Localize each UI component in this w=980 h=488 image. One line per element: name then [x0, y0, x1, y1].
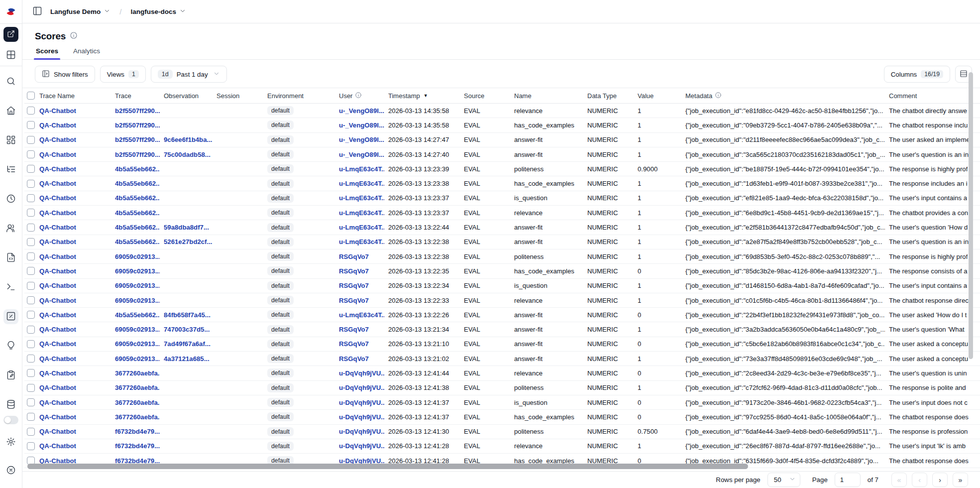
row-checkbox[interactable]	[27, 384, 35, 392]
row-checkbox[interactable]	[27, 180, 35, 188]
sidebar-item-playground[interactable]	[3, 280, 18, 295]
cell-trace-name[interactable]: QA-Chatbot	[39, 238, 115, 245]
row-checkbox[interactable]	[27, 238, 35, 246]
page-input[interactable]	[835, 473, 861, 487]
row-checkbox[interactable]	[27, 282, 35, 290]
cell-trace-name[interactable]: QA-Chatbot	[39, 267, 115, 275]
cell-user[interactable]: RSGqVo7	[339, 297, 388, 304]
org-switcher[interactable]: Langfuse Demo	[50, 7, 110, 16]
cell-user[interactable]: u-LmqE63c4T...	[339, 180, 388, 187]
cell-user[interactable]: u-DqVqh9jVU...	[339, 399, 388, 406]
cell-user[interactable]: u-DqVqh9jVU...	[339, 369, 388, 377]
cell-user[interactable]: u-DqVqh9jVU...	[339, 413, 388, 421]
sidebar-item-settings[interactable]	[3, 435, 18, 450]
cell-user[interactable]: u-LmqE63c4T...	[339, 209, 388, 217]
cell-trace-name[interactable]: QA-Chatbot	[39, 369, 115, 377]
cell-trace-name[interactable]: QA-Chatbot	[39, 297, 115, 304]
prev-page-button[interactable]: ‹	[912, 473, 927, 487]
next-page-button[interactable]: ›	[932, 473, 948, 487]
row-checkbox[interactable]	[27, 252, 35, 260]
cell-trace-name[interactable]: QA-Chatbot	[39, 165, 115, 173]
cell-trace-id[interactable]: 69059c02913...	[115, 253, 164, 260]
cell-user[interactable]: u-_VengO89I...	[339, 151, 388, 158]
header-source[interactable]: Source	[464, 92, 514, 100]
header-metadata[interactable]: Metadata	[685, 92, 889, 100]
row-checkbox[interactable]	[27, 355, 35, 363]
grid-button[interactable]	[3, 48, 18, 63]
header-data-type[interactable]: Data Type	[587, 92, 638, 100]
header-comment[interactable]: Comment	[889, 92, 980, 100]
cell-trace-id[interactable]: b2f5507ff290...	[115, 107, 164, 115]
cell-user[interactable]: u-DqVqh9jVU...	[339, 428, 388, 435]
cell-observation-id[interactable]: 5261e27bd2cf...	[164, 238, 217, 245]
cell-trace-name[interactable]: QA-Chatbot	[39, 151, 115, 158]
row-checkbox[interactable]	[27, 194, 35, 202]
row-checkbox[interactable]	[27, 296, 35, 304]
first-page-button[interactable]: «	[891, 473, 907, 487]
row-checkbox[interactable]	[27, 413, 35, 421]
sidebar-item-scores[interactable]	[3, 309, 18, 324]
header-value[interactable]: Value	[638, 92, 685, 100]
row-checkbox[interactable]	[27, 224, 35, 232]
header-environment[interactable]: Environment	[267, 92, 339, 100]
row-checkbox[interactable]	[27, 107, 35, 115]
cell-trace-id[interactable]: 4b5a55eb662...	[115, 224, 164, 231]
external-link-button[interactable]	[3, 27, 18, 42]
cell-trace-id[interactable]: 69059c02913...	[115, 340, 164, 348]
cell-trace-name[interactable]: QA-Chatbot	[39, 180, 115, 187]
time-range-button[interactable]: 1d Past 1 day	[151, 66, 227, 83]
langfuse-logo[interactable]	[0, 0, 22, 23]
cell-trace-name[interactable]: QA-Chatbot	[39, 340, 115, 348]
row-checkbox[interactable]	[27, 121, 35, 129]
cell-trace-id[interactable]: 3677260aebfa...	[115, 369, 164, 377]
cell-trace-id[interactable]: 3677260aebfa...	[115, 384, 164, 391]
cell-trace-id[interactable]: 69059c02913...	[115, 297, 164, 304]
row-checkbox[interactable]	[27, 442, 35, 450]
cell-user[interactable]: u-LmqE63c4T...	[339, 224, 388, 231]
sidebar-toggle-button[interactable]	[30, 4, 44, 19]
cell-user[interactable]: u-LmqE63c4T...	[339, 165, 388, 173]
cell-observation-id[interactable]: 7ad49f67a6af...	[164, 340, 217, 348]
cell-observation-id[interactable]: 747003c37d5...	[164, 326, 217, 333]
sidebar-item-annotation[interactable]	[3, 339, 18, 354]
theme-toggle[interactable]	[3, 416, 18, 424]
row-checkbox[interactable]	[27, 209, 35, 217]
cell-trace-id[interactable]: 4b5a55eb662...	[115, 311, 164, 319]
cell-user[interactable]: RSGqVo7	[339, 326, 388, 333]
cell-user[interactable]: u-DqVqh9jVU...	[339, 384, 388, 391]
cell-trace-id[interactable]: 4b5a55eb662...	[115, 194, 164, 202]
cell-user[interactable]: u-LmqE63c4T...	[339, 311, 388, 319]
cell-user[interactable]: u-DqVqh9jVU...	[339, 442, 388, 450]
cell-trace-id[interactable]: b2f5507ff290...	[115, 122, 164, 129]
cell-trace-name[interactable]: QA-Chatbot	[39, 107, 115, 115]
cell-trace-name[interactable]: QA-Chatbot	[39, 384, 115, 391]
cell-trace-name[interactable]: QA-Chatbot	[39, 399, 115, 406]
cell-trace-id[interactable]: 4b5a55eb662...	[115, 180, 164, 187]
cell-trace-name[interactable]: QA-Chatbot	[39, 311, 115, 319]
sidebar-item-support[interactable]	[3, 463, 18, 478]
vertical-scrollbar[interactable]	[969, 72, 973, 359]
cell-trace-id[interactable]: 3677260aebfa...	[115, 399, 164, 406]
cell-trace-id[interactable]: b2f5507ff290...	[115, 136, 164, 143]
row-checkbox[interactable]	[27, 398, 35, 406]
header-session[interactable]: Session	[217, 92, 267, 100]
cell-trace-name[interactable]: QA-Chatbot	[39, 428, 115, 435]
cell-trace-id[interactable]: f6732bd4e79...	[115, 428, 164, 435]
cell-trace-name[interactable]: QA-Chatbot	[39, 224, 115, 231]
cell-user[interactable]: u-LmqE63c4T...	[339, 194, 388, 202]
sidebar-item-prompts[interactable]	[3, 250, 18, 265]
horizontal-scrollbar[interactable]	[27, 464, 748, 469]
cell-trace-name[interactable]: QA-Chatbot	[39, 253, 115, 260]
cell-user[interactable]: RSGqVo7	[339, 253, 388, 260]
cell-user[interactable]: RSGqVo7	[339, 267, 388, 275]
cell-trace-id[interactable]: 69059c02913...	[115, 355, 164, 363]
cell-trace-id[interactable]: 69059c02913...	[115, 267, 164, 275]
sidebar-item-home[interactable]	[3, 104, 18, 119]
sidebar-item-users[interactable]	[3, 221, 18, 236]
sidebar-item-tracing[interactable]	[3, 162, 18, 177]
cell-trace-name[interactable]: QA-Chatbot	[39, 413, 115, 421]
cell-observation-id[interactable]: 59a8dba8df7...	[164, 224, 217, 231]
cell-trace-name[interactable]: QA-Chatbot	[39, 194, 115, 202]
cell-trace-name[interactable]: QA-Chatbot	[39, 442, 115, 450]
sidebar-item-search[interactable]	[3, 74, 18, 89]
